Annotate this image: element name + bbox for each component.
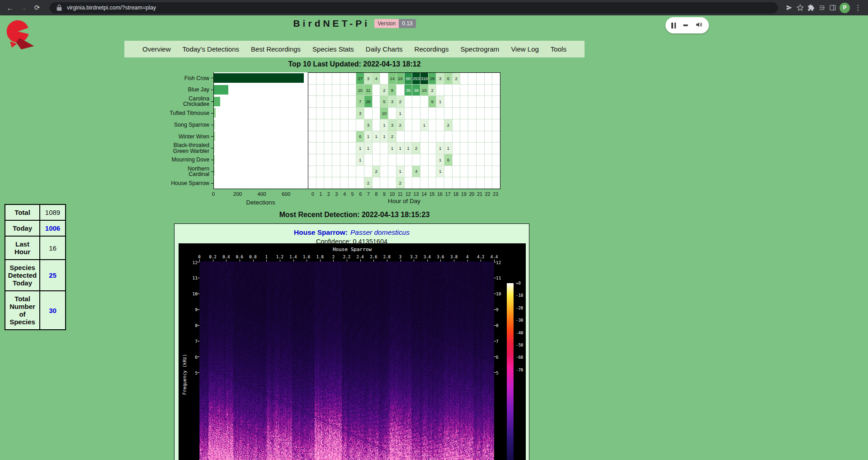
extensions-icon[interactable]: [807, 4, 815, 12]
heat-cell: [492, 177, 500, 189]
volume-icon[interactable]: [695, 21, 703, 30]
nav-item-spectrogram[interactable]: Spectrogram: [460, 45, 499, 53]
profile-avatar[interactable]: P: [840, 3, 850, 13]
heat-cell: [436, 177, 444, 189]
heat-cell: [485, 177, 492, 189]
stats-row: Species Detected Today25: [5, 260, 66, 291]
heat-cell: [308, 108, 316, 119]
heat-cell: [380, 154, 388, 166]
tick-mark: [467, 260, 468, 261]
pinned-extension-icon[interactable]: [818, 4, 826, 12]
nav-item-overview[interactable]: Overview: [142, 45, 171, 53]
tick-mark: [494, 260, 495, 261]
version-value: 0.13: [399, 19, 415, 28]
spectrogram-colorbar: [507, 283, 514, 460]
tick-mark: [401, 260, 401, 261]
heat-cell: [349, 108, 356, 119]
heat-cell: [444, 96, 452, 107]
heat-cell: [380, 142, 388, 154]
heat-cell: [340, 177, 348, 189]
heat-cell: [332, 142, 340, 154]
side-panel-icon[interactable]: [829, 4, 837, 12]
heat-cell: [308, 119, 316, 131]
stats-value-total-number-of-species[interactable]: 30: [40, 291, 66, 330]
spectrogram-freq-tick-right: 8: [496, 323, 505, 328]
heat-cell: [349, 131, 356, 142]
reload-button[interactable]: ⟳: [32, 2, 42, 13]
heat-cell: [485, 166, 492, 177]
heat-cell: [429, 154, 436, 166]
stats-label-last-hour: Last Hour: [5, 236, 40, 260]
nav-item-daily-charts[interactable]: Daily Charts: [366, 45, 403, 53]
kebab-menu-icon[interactable]: ⋮: [853, 2, 863, 13]
heat-cell: [476, 73, 484, 84]
heat-cell: 1: [396, 108, 404, 119]
pause-button[interactable]: [671, 23, 676, 28]
species-labels: Fish CrowBlue JayCarolina ChickadeeTufte…: [159, 72, 213, 189]
heat-cell: [436, 108, 444, 119]
heat-cell: 1: [373, 131, 380, 142]
bar-house-sparrow: [214, 178, 214, 188]
tick-mark: [213, 260, 213, 261]
nav-item-tools[interactable]: Tools: [551, 45, 566, 53]
species-label-house-sparrow: House Sparrow: [159, 177, 213, 189]
address-bar[interactable]: virginia.birdnetpi.com/?stream=play: [50, 2, 778, 14]
star-icon[interactable]: [796, 4, 804, 12]
bar-axis-label: Detections: [213, 199, 308, 206]
media-player: [665, 17, 709, 33]
site-header: BirdNET-Pi Version 0.13: [0, 18, 709, 29]
heat-cell: [308, 177, 316, 189]
colorbar-tick: -10: [516, 293, 523, 298]
bar-axis-tick: 400: [258, 191, 266, 197]
hour-axis-tick: 13: [414, 191, 419, 197]
stats-value-today[interactable]: 1006: [40, 220, 66, 236]
heat-cell: [324, 96, 332, 107]
heat-cell: [373, 96, 380, 107]
send-icon[interactable]: [785, 4, 793, 12]
heat-cell: [429, 119, 436, 131]
heat-cell: [468, 154, 476, 166]
nav-item-today-s-detections[interactable]: Today's Detections: [183, 45, 239, 53]
heat-cell: [444, 85, 452, 96]
heat-cell: [492, 166, 500, 177]
heat-cell: [436, 131, 444, 142]
heat-cell: [485, 142, 492, 154]
heat-cell: [405, 154, 412, 166]
spectrogram-title: House Sparrow: [179, 247, 526, 252]
heat-cell: [436, 119, 444, 131]
species-common-link[interactable]: House Sparrow:: [294, 228, 348, 236]
back-button[interactable]: ←: [5, 2, 15, 13]
nav-item-best-recordings[interactable]: Best Recordings: [251, 45, 301, 53]
spectrogram-time-tick: 0.2: [209, 255, 216, 259]
species-label-winter-wren: Winter Wren: [159, 131, 213, 142]
species-label-northern-cardinal: Northern Cardinal: [159, 166, 213, 177]
species-label-song-sparrow: Song Sparrow: [159, 119, 213, 131]
heat-cell: 3: [388, 119, 396, 131]
heat-cell: 9: [388, 85, 396, 96]
heat-cell: [476, 154, 484, 166]
tick-mark: [360, 260, 361, 261]
hour-axis-tick: 7: [367, 191, 370, 197]
heat-cell: [332, 166, 340, 177]
nav-item-view-log[interactable]: View Log: [511, 45, 538, 53]
stats-value-species-detected-today[interactable]: 25: [40, 260, 66, 291]
tick-mark: [373, 260, 374, 261]
heat-cell: [340, 154, 348, 166]
heat-cell: [405, 119, 412, 131]
seek-handle[interactable]: [683, 24, 688, 26]
heat-cell: 2: [373, 166, 380, 177]
nav-item-species-stats[interactable]: Species Stats: [312, 45, 354, 53]
spectrogram-time-tick: 3.6: [437, 255, 444, 259]
tick-mark: [494, 341, 496, 341]
stats-value-last-hour: 16: [40, 236, 66, 260]
heat-cell: 1: [356, 154, 364, 166]
heat-cell: [324, 154, 332, 166]
heat-cell: [468, 142, 476, 154]
heat-cell: 1: [364, 142, 372, 154]
colorbar-tick: -60: [516, 355, 523, 360]
heat-cell: [364, 166, 372, 177]
heat-cell: [405, 166, 412, 177]
forward-button[interactable]: →: [18, 2, 29, 13]
nav-item-recordings[interactable]: Recordings: [415, 45, 449, 53]
tick-mark: [198, 278, 199, 278]
